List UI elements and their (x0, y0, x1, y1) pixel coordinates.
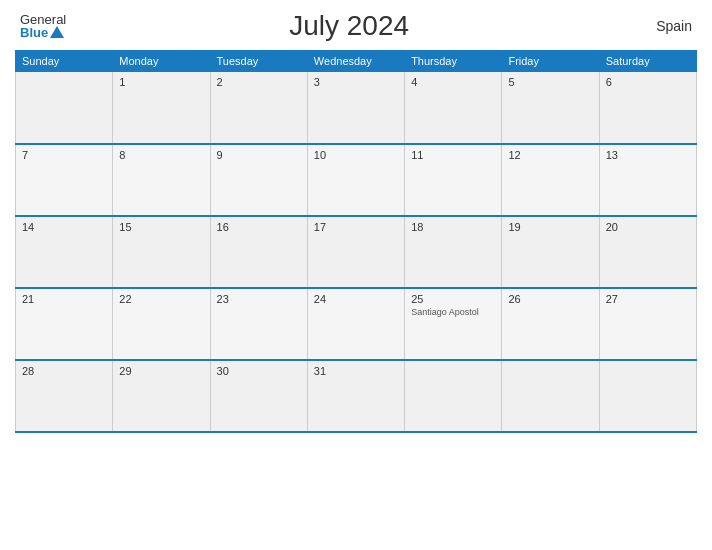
col-friday: Friday (502, 51, 599, 72)
day-number: 4 (411, 76, 495, 88)
day-number: 1 (119, 76, 203, 88)
calendar-week-2: 14151617181920 (16, 216, 697, 288)
col-saturday: Saturday (599, 51, 696, 72)
calendar-cell-w0d1: 1 (113, 72, 210, 144)
day-number: 13 (606, 149, 690, 161)
calendar-cell-w0d2: 2 (210, 72, 307, 144)
logo-blue-text: Blue (20, 26, 66, 40)
calendar-cell-w1d0: 7 (16, 144, 113, 216)
day-number: 30 (217, 365, 301, 377)
day-number: 11 (411, 149, 495, 161)
calendar-cell-w1d5: 12 (502, 144, 599, 216)
country-label: Spain (632, 18, 692, 34)
calendar-cell-w2d4: 18 (405, 216, 502, 288)
col-sunday: Sunday (16, 51, 113, 72)
logo-general-text: General (20, 13, 66, 26)
calendar-cell-w2d0: 14 (16, 216, 113, 288)
day-number: 6 (606, 76, 690, 88)
day-number: 27 (606, 293, 690, 305)
calendar-cell-w3d1: 22 (113, 288, 210, 360)
calendar-cell-w0d0 (16, 72, 113, 144)
event-label: Santiago Apostol (411, 307, 495, 318)
calendar-cell-w3d5: 26 (502, 288, 599, 360)
day-number: 26 (508, 293, 592, 305)
calendar-cell-w4d5 (502, 360, 599, 432)
calendar-cell-w0d4: 4 (405, 72, 502, 144)
calendar-cell-w1d6: 13 (599, 144, 696, 216)
calendar-body: 1234567891011121314151617181920212223242… (16, 72, 697, 432)
day-number: 17 (314, 221, 398, 233)
calendar-header-row: Sunday Monday Tuesday Wednesday Thursday… (16, 51, 697, 72)
calendar-cell-w4d0: 28 (16, 360, 113, 432)
calendar-week-0: 123456 (16, 72, 697, 144)
col-monday: Monday (113, 51, 210, 72)
header: General Blue July 2024 Spain (15, 10, 697, 42)
calendar-cell-w1d4: 11 (405, 144, 502, 216)
day-number: 8 (119, 149, 203, 161)
day-number: 20 (606, 221, 690, 233)
day-number: 24 (314, 293, 398, 305)
calendar-cell-w4d4 (405, 360, 502, 432)
calendar-cell-w4d2: 30 (210, 360, 307, 432)
day-number: 2 (217, 76, 301, 88)
day-number: 31 (314, 365, 398, 377)
calendar-cell-w2d1: 15 (113, 216, 210, 288)
calendar-week-1: 78910111213 (16, 144, 697, 216)
calendar-cell-w3d6: 27 (599, 288, 696, 360)
calendar-week-3: 2122232425Santiago Apostol2627 (16, 288, 697, 360)
col-tuesday: Tuesday (210, 51, 307, 72)
calendar-cell-w0d5: 5 (502, 72, 599, 144)
calendar-title: July 2024 (66, 10, 632, 42)
calendar-cell-w3d3: 24 (307, 288, 404, 360)
logo-triangle-icon (50, 26, 64, 38)
calendar-cell-w2d2: 16 (210, 216, 307, 288)
day-number: 23 (217, 293, 301, 305)
calendar-cell-w2d5: 19 (502, 216, 599, 288)
calendar-cell-w4d3: 31 (307, 360, 404, 432)
logo: General Blue (20, 13, 66, 40)
day-number: 16 (217, 221, 301, 233)
day-number: 10 (314, 149, 398, 161)
day-number: 18 (411, 221, 495, 233)
calendar-cell-w2d3: 17 (307, 216, 404, 288)
day-number: 12 (508, 149, 592, 161)
day-number: 7 (22, 149, 106, 161)
calendar-cell-w1d1: 8 (113, 144, 210, 216)
day-number: 29 (119, 365, 203, 377)
col-wednesday: Wednesday (307, 51, 404, 72)
day-number: 19 (508, 221, 592, 233)
day-number: 28 (22, 365, 106, 377)
day-number: 21 (22, 293, 106, 305)
calendar-cell-w3d0: 21 (16, 288, 113, 360)
calendar-table: Sunday Monday Tuesday Wednesday Thursday… (15, 50, 697, 433)
calendar-cell-w2d6: 20 (599, 216, 696, 288)
day-number: 25 (411, 293, 495, 305)
calendar-week-4: 28293031 (16, 360, 697, 432)
day-number: 22 (119, 293, 203, 305)
day-number: 15 (119, 221, 203, 233)
day-number: 5 (508, 76, 592, 88)
calendar-header: Sunday Monday Tuesday Wednesday Thursday… (16, 51, 697, 72)
calendar-cell-w1d3: 10 (307, 144, 404, 216)
calendar-cell-w0d6: 6 (599, 72, 696, 144)
col-thursday: Thursday (405, 51, 502, 72)
calendar-cell-w0d3: 3 (307, 72, 404, 144)
page: General Blue July 2024 Spain Sunday Mond… (0, 0, 712, 550)
day-number: 9 (217, 149, 301, 161)
calendar-cell-w4d1: 29 (113, 360, 210, 432)
calendar-cell-w3d4: 25Santiago Apostol (405, 288, 502, 360)
calendar-cell-w4d6 (599, 360, 696, 432)
calendar-cell-w3d2: 23 (210, 288, 307, 360)
day-number: 3 (314, 76, 398, 88)
calendar-cell-w1d2: 9 (210, 144, 307, 216)
day-number: 14 (22, 221, 106, 233)
